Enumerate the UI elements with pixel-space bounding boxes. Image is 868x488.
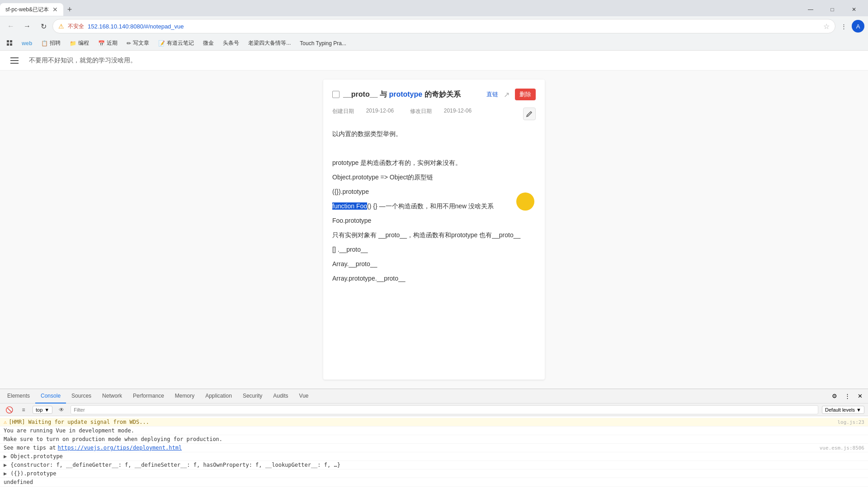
devtools-tab-vue[interactable]: Vue (294, 389, 314, 404)
console-line-obj-proto: ▶ Object.prototype (0, 452, 868, 461)
created-date: 2019-12-06 (366, 108, 394, 120)
bookmark-recent-label: 近期 (107, 39, 118, 47)
bookmark-write[interactable]: ✏ 写文章 (123, 38, 153, 48)
bookmark-laoling[interactable]: 老梁四大备情等... (245, 38, 294, 48)
url-input[interactable] (88, 23, 820, 30)
back-button[interactable]: ← (4, 19, 18, 33)
devtools-header: Elements Console Sources Network Perform… (0, 389, 868, 404)
bookmark-recent-icon: 📅 (98, 40, 105, 47)
bookmark-youdao-icon: 📝 (158, 40, 165, 47)
bookmark-toutiao-label: 头条号 (223, 39, 239, 47)
note-line-2 (332, 142, 536, 155)
profile-icon[interactable]: A (852, 20, 864, 33)
note-title: __proto__ 与 prototype 的奇妙关系 (343, 90, 461, 99)
sidebar-toggle-button[interactable] (7, 53, 22, 68)
bookmark-youdao[interactable]: 📝 有道云笔记 (155, 38, 198, 48)
console-clear-icon[interactable]: 🚫 (4, 404, 14, 415)
bookmark-touch[interactable]: Touch Typing Pra... (296, 39, 350, 48)
console-expand-icon-3[interactable]: ▶ (4, 470, 7, 477)
console-expand-icon-2[interactable]: ▶ (4, 462, 7, 468)
devtools-tab-console[interactable]: Console (35, 389, 66, 404)
note-title-suffix: 的奇妙关系 (425, 90, 461, 98)
bookmark-toutiao[interactable]: 头条号 (219, 38, 243, 48)
svg-rect-5 (10, 60, 19, 61)
devtools-tab-security[interactable]: Security (237, 389, 268, 404)
note-line-10: Array.__proto__ (332, 258, 536, 270)
console-line-constructor: ▶ {constructor: f, __defineGetter__: f, … (0, 461, 868, 469)
note-share-icon[interactable]: ↗ (504, 90, 509, 99)
console-main: ⚠ [HMR] Waiting for update signal from W… (0, 416, 868, 488)
console-line-hmr: ⚠ [HMR] Waiting for update signal from W… (0, 418, 868, 427)
tab-close-icon[interactable]: ✕ (52, 6, 58, 13)
devtools-tab-elements[interactable]: Elements (2, 389, 35, 404)
bookmark-coding[interactable]: 📁 编程 (66, 38, 93, 48)
page-content: 不要用不好知识，就觉的学习没啥用。 __proto__ 与 prototype … (0, 51, 868, 389)
bookmark-weijin[interactable]: 微金 (199, 38, 217, 48)
bookmark-star-icon[interactable]: ☆ (823, 22, 830, 31)
note-actions: 直链 ↗ 删除 (486, 89, 536, 100)
forward-button[interactable]: → (20, 19, 34, 33)
new-tab-button[interactable]: + (63, 3, 76, 16)
browser-tab[interactable]: sf-pc-web&已记本 ✕ (0, 3, 63, 16)
console-eye-icon[interactable]: 👁 (56, 404, 67, 415)
devtools-tab-application[interactable]: Application (200, 389, 237, 404)
bookmark-web[interactable]: web (18, 39, 36, 48)
note-line-8: 只有实例对象有 __proto__，构造函数有和prototype 也有__pr… (332, 229, 536, 241)
note-line-11: Array.prototype.__proto__ (332, 272, 536, 285)
note-line-3: prototype 是构造函数才有的，实例对象没有。 (332, 156, 536, 169)
modified-label: 修改日期 (410, 108, 435, 120)
minimize-button[interactable]: — (800, 3, 821, 16)
window-controls: — □ ✕ (800, 3, 868, 16)
devtools-tab-network[interactable]: Network (97, 389, 127, 404)
apps-button[interactable] (4, 37, 16, 50)
devtools-tab-performance[interactable]: Performance (127, 389, 170, 404)
console-toggle-icon[interactable]: ≡ (18, 404, 29, 415)
console-line-vue3-prefix: See more tips at (4, 445, 56, 451)
bookmark-youdao-label: 有道云笔记 (167, 39, 194, 47)
devtools-tab-audits[interactable]: Audits (268, 389, 293, 404)
console-vue-link[interactable]: https://vuejs.org/tips/deployment.html (58, 445, 182, 451)
console-line-vue3: See more tips at https://vuejs.org/tips/… (0, 444, 868, 452)
bookmark-recent[interactable]: 📅 近期 (94, 38, 121, 48)
reload-button[interactable]: ↻ (36, 19, 51, 33)
page-toolbar: 不要用不好知识，就觉的学习没啥用。 (0, 51, 868, 70)
console-levels-dropdown[interactable]: Default levels ▼ (822, 406, 864, 414)
console-expand-icon-1[interactable]: ▶ (4, 453, 7, 460)
close-button[interactable]: ✕ (844, 3, 864, 16)
note-meta: 创建日期 2019-12-06 修改日期 2019-12-06 (332, 108, 536, 120)
note-view-link[interactable]: 直链 (486, 90, 498, 99)
devtools-settings-icon[interactable]: ⚙ (828, 390, 841, 403)
note-edit-button[interactable] (523, 108, 536, 120)
devtools-tab-sources[interactable]: Sources (66, 389, 97, 404)
svg-rect-3 (10, 43, 12, 46)
note-checkbox[interactable] (332, 91, 340, 98)
nav-bar: ← → ↻ ⚠ 不安全 ☆ ⋮ A (0, 16, 868, 36)
svg-rect-6 (10, 63, 19, 64)
devtools-close-icon[interactable]: ✕ (854, 390, 866, 403)
console-line-vue2-text: Make sure to turn on production mode whe… (4, 436, 222, 442)
devtools-more-icon[interactable]: ⋮ (841, 390, 854, 403)
note-body: 以内置的数据类型举例。 prototype 是构造函数才有的，实例对象没有。 O… (332, 127, 536, 285)
console-top-dropdown[interactable]: top ▼ (33, 406, 52, 414)
note-line-1: 以内置的数据类型举例。 (332, 127, 536, 140)
bookmark-web-label: web (22, 40, 32, 47)
console-line-vue1: You are running Vue in development mode. (0, 427, 868, 435)
bookmarks-bar: web 📋 招聘 📁 编程 📅 近期 ✏ 写文章 📝 有道云笔记 微金 头条号 (0, 36, 868, 51)
console-filter-input[interactable] (71, 405, 818, 414)
console-line-vue2: Make sure to turn on production mode whe… (0, 435, 868, 444)
devtools-panel: Elements Console Sources Network Perform… (0, 389, 868, 488)
address-bar[interactable]: ⚠ 不安全 ☆ (52, 19, 835, 33)
devtools-icons: ⚙ ⋮ ✕ (828, 390, 866, 403)
console-constructor-text: {constructor: f, __defineGetter__: f, __… (10, 462, 340, 468)
svg-rect-4 (10, 57, 19, 58)
nav-action-buttons: ⋮ A (837, 20, 864, 33)
note-line-6: function Foo() {} —一个构造函数，和用不用new 没啥关系 (332, 200, 536, 212)
console-top-label: top (36, 407, 42, 413)
devtools-tab-memory[interactable]: Memory (170, 389, 200, 404)
bookmark-jobs[interactable]: 📋 招聘 (38, 38, 64, 48)
console-line-hmr-text: [HMR] Waiting for update signal from WDS… (9, 419, 149, 425)
maximize-button[interactable]: □ (822, 3, 843, 16)
note-delete-button[interactable]: 删除 (515, 89, 536, 100)
bookmark-coding-label: 编程 (78, 39, 89, 47)
extensions-icon[interactable]: ⋮ (837, 20, 850, 33)
